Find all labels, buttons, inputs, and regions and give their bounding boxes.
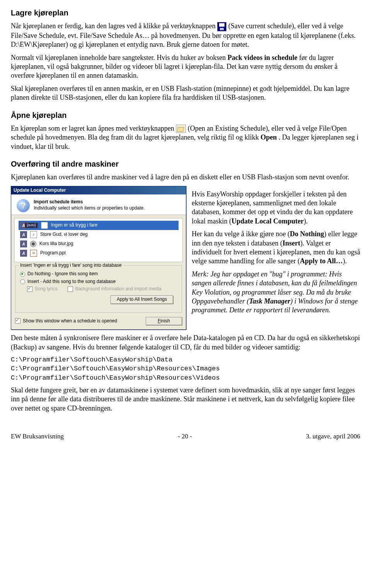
finish-rest: inish [160,318,170,324]
para-5: Kjøreplanen kan overføres til andre mask… [11,173,360,182]
dialog-head-bold: Import schedule items [34,199,145,205]
song-icon: ♪ [41,222,48,229]
right-para-3: Merk: Jeg har oppdaget en "bug" i progra… [192,270,360,315]
list-item[interactable]: A[auto]♪Ingen er så trygg i fare [19,221,179,230]
page-footer: EW Bruksanvisning - 20 - 3. utgave, apri… [11,432,360,441]
open-icon [176,124,186,133]
footer-left: EW Bruksanvisning [11,432,64,441]
finish-button[interactable]: Finish [146,317,182,326]
para-6: Den beste måten å synkronisere flere mas… [11,334,360,352]
right-para-2: Her kan du velge å ikke gjøre noe (Do No… [192,230,360,266]
dialog-titlebar[interactable]: Update Local Computer [11,186,186,195]
footer-right: 3. utgave, april 2006 [306,432,360,441]
para-7: Skal dette fungere greit, bør en av data… [11,386,360,413]
item-letter-icon: A [20,231,27,238]
list-item[interactable]: AOProgram.ppt [19,249,179,258]
radio-do-nothing[interactable]: Do Nothing - Ignore this song item [20,271,177,277]
path-data: C:\Programfiler\Softouch\EasyWorship\Dat… [11,356,360,364]
p4bold: Open [260,133,277,141]
save-icon [217,22,226,31]
apply-to-all-button[interactable]: Apply to All Insert Songs [111,295,173,304]
radio-icon [20,279,25,284]
t: ). [304,217,308,225]
p4a: En kjøreplan som er lagret kan åpnes med… [11,124,176,132]
heading-overforing: Overføring til andre maskiner [11,159,360,169]
para-2: Normalt vil kjøreplanen inneholde bare s… [11,53,360,80]
para-3: Skal kjøreplanen overføres til en annen … [11,84,360,102]
item-label: Kors lilla blur.jpg [39,241,73,247]
heading-apne: Åpne kjøreplan [11,110,360,120]
p1a: Når kjøreplanen er ferdig, kan den lagre… [11,22,217,30]
para-1: Når kjøreplanen er ferdig, kan den lagre… [11,22,360,49]
para-4: En kjøreplan som er lagret kan åpnes med… [11,124,360,152]
group-legend: Insert 'Ingen er så trygg i fare' song i… [19,262,123,269]
path-images: C:\Programfiler\Softouch\EasyWorship\Res… [11,365,360,373]
chk-label: Background information and import media [75,286,162,292]
p2a: Normalt vil kjøreplanen inneholde bare s… [11,54,228,61]
list-item[interactable]: AKors lilla blur.jpg [19,239,179,249]
item-letter-icon: A [20,250,27,257]
right-para-1: Hvis EasyWorship oppdager forskjeller i … [192,190,360,226]
question-icon: ? [17,199,30,212]
ppt-icon: O [30,250,37,257]
list-item[interactable]: A♪Store Gud, vi lover deg [19,230,179,239]
radio-label: Do Nothing - Ignore this song item [27,271,98,277]
radio-icon [20,272,25,277]
item-label: Ingen er så trygg i fare [51,222,97,228]
t: ). [343,257,347,265]
t: Her kan du velge å ikke gjøre noe ( [192,230,290,238]
radio-label: Insert - Add this song to the song datab… [27,279,116,285]
path-videos: C:\Programfiler\Softouch\EasyWorship\Res… [11,374,360,382]
t: Task Manager [249,297,290,305]
img-icon [30,241,36,247]
t: Do Nothing [290,230,324,238]
footer-center: - 20 - [178,432,192,441]
song-icon: ♪ [30,231,37,238]
dialog-head-sub: Individually select which items or prope… [34,205,145,211]
chk-label: Show this window when a schedule is open… [23,318,117,324]
dialog-item-list: A[auto]♪Ingen er så trygg i fareA♪Store … [14,218,183,262]
chk-label: Song lyrics [35,286,58,292]
t: Update Local Computer [231,217,304,225]
checkbox-song-lyrics [27,286,32,292]
item-label: Program.ppt [40,250,66,256]
auto-badge: [auto] [25,223,38,228]
show-window-checkbox[interactable]: Show this window when a schedule is open… [15,318,117,324]
heading-lagre: Lagre kjøreplan [11,8,360,18]
radio-insert[interactable]: Insert - Add this song to the song datab… [20,279,177,285]
t: Insert [283,239,300,247]
item-letter-icon: A [20,240,27,247]
checkbox-bg-info [68,286,73,292]
dialog-update-local-computer: Update Local Computer ? Import schedule … [11,186,186,330]
p2bold: Pack videos in schedule [228,54,298,61]
item-label: Store Gud, vi lover deg [40,232,88,238]
checkbox-icon [15,318,20,324]
t: Apply to All… [300,257,343,265]
dialog-header: ? Import schedule items Individually sel… [11,194,186,215]
dialog-groupbox: Insert 'Ingen er så trygg i fare' song i… [15,265,182,312]
